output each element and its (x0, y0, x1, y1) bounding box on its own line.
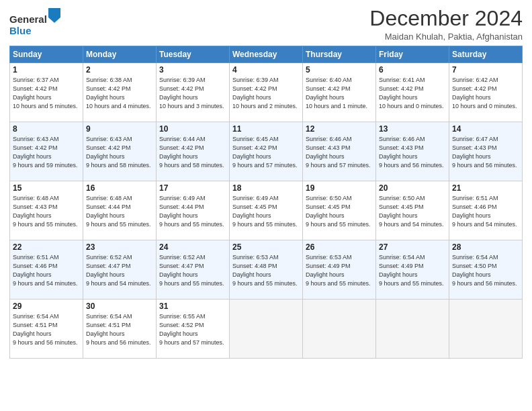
calendar-cell: 15Sunrise: 6:48 AMSunset: 4:43 PMDayligh… (10, 181, 83, 240)
day-info: Sunrise: 6:50 AMSunset: 4:45 PMDaylight … (379, 194, 446, 229)
calendar-cell: 7Sunrise: 6:42 AMSunset: 4:42 PMDaylight… (449, 63, 523, 122)
day-number: 10 (159, 124, 226, 134)
calendar-cell: 4Sunrise: 6:39 AMSunset: 4:42 PMDaylight… (230, 63, 303, 122)
day-number: 27 (379, 242, 446, 252)
calendar-cell: 24Sunrise: 6:52 AMSunset: 4:47 PMDayligh… (157, 240, 230, 300)
day-number: 25 (232, 242, 300, 252)
day-number: 29 (13, 302, 80, 311)
calendar-cell: 12Sunrise: 6:46 AMSunset: 4:43 PMDayligh… (303, 122, 376, 181)
day-number: 26 (306, 242, 373, 252)
day-info: Sunrise: 6:43 AMSunset: 4:42 PMDaylight … (86, 135, 153, 170)
calendar-week-1: 1Sunrise: 6:37 AMSunset: 4:42 PMDaylight… (10, 63, 523, 122)
calendar-cell: 2Sunrise: 6:38 AMSunset: 4:42 PMDaylight… (83, 63, 157, 122)
location: Maidan Khulah, Paktia, Afghanistan (369, 32, 523, 42)
calendar-cell: 30Sunrise: 6:54 AMSunset: 4:51 PMDayligh… (83, 300, 157, 359)
day-info: Sunrise: 6:50 AMSunset: 4:45 PMDaylight … (306, 194, 373, 229)
day-info: Sunrise: 6:44 AMSunset: 4:42 PMDaylight … (159, 135, 226, 170)
day-info: Sunrise: 6:38 AMSunset: 4:42 PMDaylight … (86, 76, 153, 111)
calendar-cell: 26Sunrise: 6:53 AMSunset: 4:49 PMDayligh… (303, 240, 376, 300)
day-number: 28 (452, 242, 519, 252)
calendar-cell: 9Sunrise: 6:43 AMSunset: 4:42 PMDaylight… (83, 122, 157, 181)
day-number: 5 (306, 65, 373, 75)
day-info: Sunrise: 6:52 AMSunset: 4:47 PMDaylight … (86, 253, 153, 288)
calendar-cell: 25Sunrise: 6:53 AMSunset: 4:48 PMDayligh… (230, 240, 303, 300)
day-info: Sunrise: 6:45 AMSunset: 4:42 PMDaylight … (232, 135, 300, 170)
day-info: Sunrise: 6:51 AMSunset: 4:46 PMDaylight … (452, 194, 519, 229)
day-info: Sunrise: 6:52 AMSunset: 4:47 PMDaylight … (159, 253, 226, 288)
day-number: 7 (452, 65, 519, 75)
day-info: Sunrise: 6:54 AMSunset: 4:51 PMDaylight … (86, 312, 153, 347)
day-info: Sunrise: 6:43 AMSunset: 4:42 PMDaylight … (13, 135, 80, 170)
day-number: 15 (13, 183, 80, 193)
day-number: 6 (379, 65, 446, 75)
day-info: Sunrise: 6:53 AMSunset: 4:48 PMDaylight … (232, 253, 300, 288)
calendar-cell: 27Sunrise: 6:54 AMSunset: 4:49 PMDayligh… (376, 240, 449, 300)
day-number: 9 (86, 124, 153, 134)
day-number: 30 (86, 302, 153, 311)
day-number: 13 (379, 124, 446, 134)
col-monday: Monday (83, 46, 157, 63)
calendar-cell (303, 300, 376, 359)
col-wednesday: Wednesday (230, 46, 303, 63)
svg-marker-0 (48, 8, 60, 23)
day-number: 14 (452, 124, 519, 134)
day-number: 3 (159, 65, 226, 75)
calendar-cell: 20Sunrise: 6:50 AMSunset: 4:45 PMDayligh… (376, 181, 449, 240)
calendar-cell: 23Sunrise: 6:52 AMSunset: 4:47 PMDayligh… (83, 240, 157, 300)
calendar-cell: 10Sunrise: 6:44 AMSunset: 4:42 PMDayligh… (157, 122, 230, 181)
logo-general: General (9, 13, 47, 25)
day-info: Sunrise: 6:42 AMSunset: 4:42 PMDaylight … (452, 76, 519, 111)
calendar-cell: 18Sunrise: 6:49 AMSunset: 4:45 PMDayligh… (230, 181, 303, 240)
calendar-cell: 5Sunrise: 6:40 AMSunset: 4:42 PMDaylight… (303, 63, 376, 122)
calendar-cell: 17Sunrise: 6:49 AMSunset: 4:44 PMDayligh… (157, 181, 230, 240)
calendar-cell: 1Sunrise: 6:37 AMSunset: 4:42 PMDaylight… (10, 63, 83, 122)
calendar-cell: 31Sunrise: 6:55 AMSunset: 4:52 PMDayligh… (157, 300, 230, 359)
day-info: Sunrise: 6:55 AMSunset: 4:52 PMDaylight … (159, 312, 226, 347)
day-number: 1 (13, 65, 80, 75)
logo: General Blue (9, 9, 60, 37)
day-info: Sunrise: 6:54 AMSunset: 4:50 PMDaylight … (452, 253, 519, 288)
day-info: Sunrise: 6:46 AMSunset: 4:43 PMDaylight … (306, 135, 373, 170)
day-info: Sunrise: 6:41 AMSunset: 4:42 PMDaylight … (379, 76, 446, 111)
calendar-week-3: 15Sunrise: 6:48 AMSunset: 4:43 PMDayligh… (10, 181, 523, 240)
logo-blue: Blue (9, 25, 32, 36)
calendar-cell: 29Sunrise: 6:54 AMSunset: 4:51 PMDayligh… (10, 300, 83, 359)
calendar-cell: 28Sunrise: 6:54 AMSunset: 4:50 PMDayligh… (449, 240, 523, 300)
calendar-table: Sunday Monday Tuesday Wednesday Thursday… (9, 46, 523, 359)
day-info: Sunrise: 6:53 AMSunset: 4:49 PMDaylight … (306, 253, 373, 288)
calendar-cell: 22Sunrise: 6:51 AMSunset: 4:46 PMDayligh… (10, 240, 83, 300)
day-number: 8 (13, 124, 80, 134)
day-info: Sunrise: 6:49 AMSunset: 4:45 PMDaylight … (232, 194, 300, 229)
day-info: Sunrise: 6:48 AMSunset: 4:43 PMDaylight … (13, 194, 80, 229)
day-number: 11 (232, 124, 300, 134)
day-number: 18 (232, 183, 300, 193)
calendar-cell: 19Sunrise: 6:50 AMSunset: 4:45 PMDayligh… (303, 181, 376, 240)
calendar-cell: 8Sunrise: 6:43 AMSunset: 4:42 PMDaylight… (10, 122, 83, 181)
calendar-cell (230, 300, 303, 359)
day-number: 16 (86, 183, 153, 193)
day-number: 4 (232, 65, 300, 75)
logo-icon (48, 8, 60, 23)
day-info: Sunrise: 6:51 AMSunset: 4:46 PMDaylight … (13, 253, 80, 288)
col-saturday: Saturday (449, 46, 523, 63)
col-tuesday: Tuesday (157, 46, 230, 63)
calendar-cell: 6Sunrise: 6:41 AMSunset: 4:42 PMDaylight… (376, 63, 449, 122)
day-number: 19 (306, 183, 373, 193)
calendar-cell: 3Sunrise: 6:39 AMSunset: 4:42 PMDaylight… (157, 63, 230, 122)
day-info: Sunrise: 6:49 AMSunset: 4:44 PMDaylight … (159, 194, 226, 229)
day-info: Sunrise: 6:54 AMSunset: 4:49 PMDaylight … (379, 253, 446, 288)
day-number: 22 (13, 242, 80, 252)
day-info: Sunrise: 6:47 AMSunset: 4:43 PMDaylight … (452, 135, 519, 170)
day-number: 17 (159, 183, 226, 193)
day-number: 24 (159, 242, 226, 252)
calendar-cell (376, 300, 449, 359)
day-number: 12 (306, 124, 373, 134)
calendar-week-2: 8Sunrise: 6:43 AMSunset: 4:42 PMDaylight… (10, 122, 523, 181)
col-sunday: Sunday (10, 46, 83, 63)
header-row: Sunday Monday Tuesday Wednesday Thursday… (10, 46, 523, 63)
title-block: December 2024 Maidan Khulah, Paktia, Afg… (369, 7, 523, 42)
month-title: December 2024 (369, 7, 523, 30)
day-info: Sunrise: 6:46 AMSunset: 4:43 PMDaylight … (379, 135, 446, 170)
calendar-week-5: 29Sunrise: 6:54 AMSunset: 4:51 PMDayligh… (10, 300, 523, 359)
col-thursday: Thursday (303, 46, 376, 63)
